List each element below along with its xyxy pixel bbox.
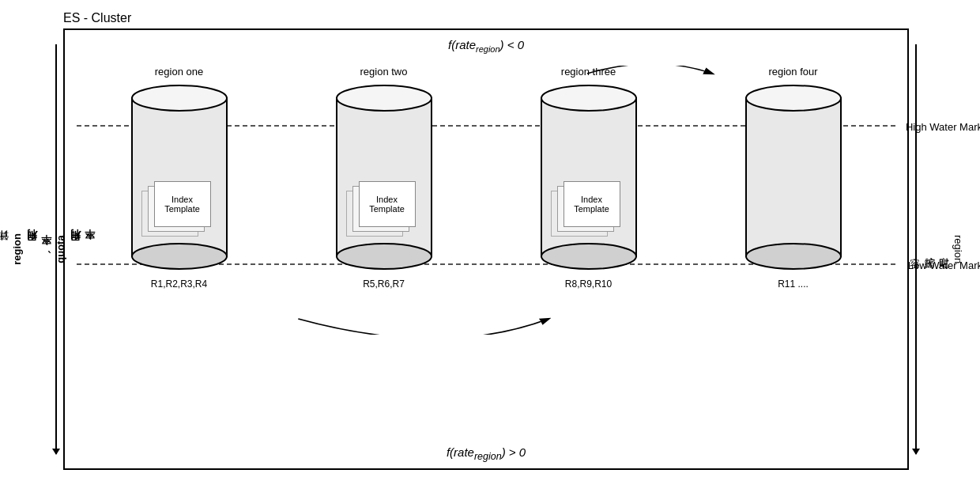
cylinder-region-two: IndexTemplate: [333, 82, 435, 272]
svg-point-2: [132, 85, 227, 111]
formula-bottom: f(rateregion) > 0: [65, 445, 907, 462]
region-four-sublabel: R11 ....: [778, 278, 808, 290]
right-label-text: region定时扩缩容: [952, 235, 964, 263]
cylinder-group-region-three: region three IndexTemplate: [526, 66, 652, 290]
right-arrow-line: [915, 44, 917, 454]
cluster-label: ES - Cluster: [63, 11, 964, 25]
region-two-label: region two: [360, 66, 408, 78]
svg-point-11: [746, 85, 841, 111]
region-three-label: region three: [561, 66, 616, 78]
region-three-sublabel: R8,R9,R10: [565, 278, 612, 290]
main-area: 定时计算region利用率、quota利用率 f(rateregion) < 0…: [16, 28, 964, 470]
svg-point-7: [541, 244, 636, 269]
cylinder-group-region-four: region four R11 ....: [730, 66, 857, 290]
cluster-box: f(rateregion) < 0 High Water Mark Low Wa…: [63, 28, 909, 470]
svg-point-4: [337, 244, 432, 269]
svg-point-1: [132, 244, 227, 269]
cylinder-group-region-one: region one IndexTemplate: [116, 66, 243, 290]
diagram-wrapper: ES - Cluster 定时计算region利用率、quota利用率 f(ra…: [16, 11, 964, 470]
cylinder-region-three: IndexTemplate: [537, 82, 640, 272]
region-one-sublabel: R1,R2,R3,R4: [151, 278, 207, 290]
cylinder-region-four: [742, 82, 845, 272]
formula-top: f(rateregion) < 0: [77, 38, 895, 54]
region-two-sublabel: R5,R6,R7: [363, 278, 405, 290]
cylinder-region-one: IndexTemplate: [128, 82, 231, 272]
svg-rect-9: [746, 98, 841, 256]
svg-point-5: [337, 85, 432, 111]
svg-point-8: [541, 85, 636, 111]
region-four-label: region four: [768, 66, 817, 78]
left-label-text: 定时计算region利用率、quota利用率: [12, 233, 67, 265]
region-one-label: region one: [155, 66, 203, 78]
right-arrow-area: region定时扩缩容: [909, 28, 964, 470]
cylinders-row: High Water Mark Low Water Mark region on…: [77, 66, 895, 335]
svg-point-10: [746, 244, 841, 269]
left-arrow-area: 定时计算region利用率、quota利用率: [16, 28, 63, 470]
cylinder-group-region-two: region two IndexTemplate R5: [321, 66, 447, 290]
